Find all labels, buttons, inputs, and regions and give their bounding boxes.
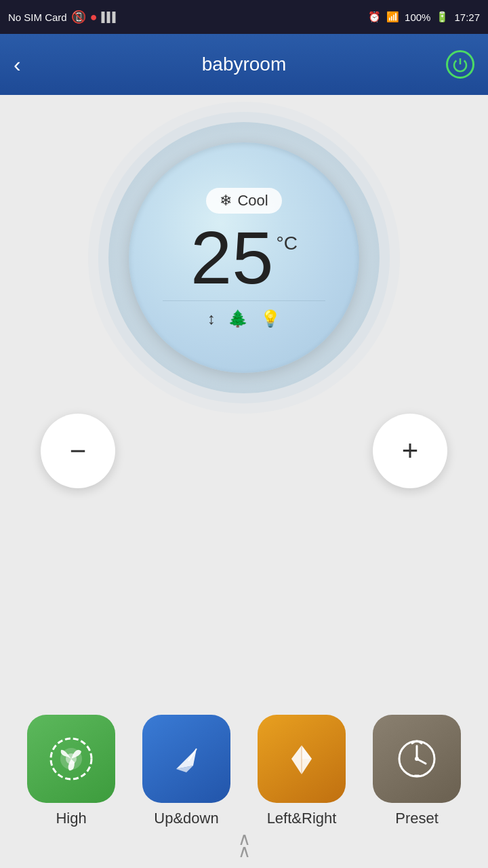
control-buttons: − + <box>0 414 488 488</box>
temperature-display: 25 °C <box>190 220 298 295</box>
increase-button[interactable]: + <box>373 414 447 488</box>
light-icon: 💡 <box>260 309 281 328</box>
thermostat-container: ❄ Cool 25 °C ↕ 🌲 💡 <box>108 122 380 393</box>
leftright-icon-box <box>258 715 346 803</box>
mode-label: Cool <box>237 192 268 210</box>
status-bar: No SIM Card 📵 ● ▌▌▌ ⏰ 📶 100% 🔋 17:27 <box>0 0 488 34</box>
status-right: ⏰ 📶 100% 🔋 17:27 <box>368 11 480 23</box>
sim-status: No SIM Card <box>8 12 67 23</box>
high-icon-item[interactable]: High <box>27 715 115 827</box>
bottom-icons-row: High Up&down <box>0 715 488 827</box>
temperature-value: 25 <box>190 220 273 295</box>
plus-label: + <box>402 435 419 467</box>
updown-icon-box <box>142 715 230 803</box>
preset-icon <box>393 735 441 783</box>
minus-label: − <box>70 435 87 467</box>
updown-icon <box>163 735 210 783</box>
decrease-button[interactable]: − <box>41 414 115 488</box>
header: ‹ babyroom <box>0 34 488 95</box>
arrows-icon: ↕ <box>207 309 216 328</box>
battery-label: 100% <box>405 12 430 23</box>
leftright-icon-item[interactable]: Left&Right <box>258 715 346 827</box>
sim-icon: 📵 <box>71 9 86 24</box>
battery-icon: 🔋 <box>436 11 449 23</box>
main-content: ❄ Cool 25 °C ↕ 🌲 💡 − + <box>0 95 488 868</box>
mode-icon: ❄ <box>220 192 232 210</box>
mode-badge: ❄ Cool <box>206 188 281 214</box>
scroll-up-indicator: ∧ ∧ <box>238 830 251 860</box>
app-icon-2: ▌▌▌ <box>102 12 118 22</box>
alarm-icon: ⏰ <box>368 11 381 23</box>
time-label: 17:27 <box>454 12 480 23</box>
page-title: babyroom <box>202 54 287 75</box>
updown-icon-item[interactable]: Up&down <box>142 715 230 827</box>
leftright-label: Left&Right <box>267 810 337 827</box>
preset-icon-box <box>373 715 461 803</box>
preset-label: Preset <box>395 810 439 827</box>
high-icon <box>47 735 95 783</box>
leftright-icon <box>278 735 325 783</box>
high-icon-box <box>27 715 115 803</box>
svg-line-8 <box>417 759 426 764</box>
preset-icon-item[interactable]: Preset <box>373 715 461 827</box>
high-label: High <box>56 810 86 827</box>
updown-label: Up&down <box>154 810 218 827</box>
status-left: No SIM Card 📵 ● ▌▌▌ <box>8 9 117 24</box>
status-icons-row: ↕ 🌲 💡 <box>207 309 281 328</box>
thermostat-circle: ❄ Cool 25 °C ↕ 🌲 💡 <box>129 142 359 373</box>
tree-icon: 🌲 <box>228 309 248 328</box>
divider <box>163 300 325 301</box>
back-button[interactable]: ‹ <box>14 52 21 77</box>
app-icon-1: ● <box>90 10 98 24</box>
power-button[interactable] <box>446 50 474 79</box>
temperature-unit: °C <box>276 234 297 253</box>
wifi-icon: 📶 <box>386 11 399 23</box>
